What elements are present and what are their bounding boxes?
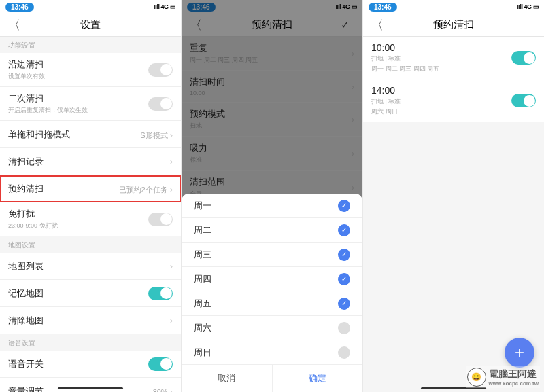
chevron-right-icon: › <box>170 130 173 140</box>
bg-suction: 吸力 标准 › <box>182 137 362 171</box>
status-signal: ııll 4G ▭ <box>517 3 539 10</box>
check-icon: ✓ <box>338 249 350 261</box>
status-time: 13:46 <box>369 3 397 12</box>
setting-edge-clean[interactable]: 沿边清扫 设置单次有效 <box>0 53 181 87</box>
setting-mop-mode[interactable]: 单拖和扫拖模式 S形模式› <box>0 121 181 148</box>
confirm-icon[interactable]: ✓ <box>341 18 354 31</box>
check-icon <box>338 322 350 334</box>
check-icon: ✓ <box>338 224 350 236</box>
chevron-right-icon: › <box>170 261 173 271</box>
page-title: 设置 <box>22 18 159 31</box>
toggle-schedule-2[interactable] <box>511 94 536 107</box>
day-friday[interactable]: 周五✓ <box>182 291 362 316</box>
toggle-dnd[interactable] <box>148 213 173 226</box>
toggle-schedule-1[interactable] <box>511 51 536 65</box>
day-picker-sheet: 周一✓ 周二✓ 周三✓ 周四✓ 周五✓ 周六 周日 取消 确定 <box>182 194 362 392</box>
status-bar: 13:46 ııll 4G ▭ <box>363 0 544 14</box>
back-icon[interactable]: 〈 <box>8 17 22 33</box>
status-signal: ııll 4G ▭ <box>335 3 357 10</box>
phone-screen-3: 13:46 ııll 4G ▭ 〈 预约清扫 10:00 扫地 | 标准 周一 … <box>363 0 544 392</box>
home-indicator <box>58 387 123 389</box>
setting-schedule-clean[interactable]: 预约清扫 已预约2个任务› <box>0 175 181 202</box>
chevron-right-icon: › <box>170 156 173 166</box>
status-time: 13:46 <box>5 3 34 12</box>
setting-clear-map[interactable]: 清除地图 › <box>0 307 181 334</box>
section-function: 功能设置 <box>0 37 181 53</box>
nav-header: 〈 设置 <box>0 14 181 37</box>
toggle-double-clean[interactable] <box>148 97 173 111</box>
check-icon: ✓ <box>338 200 350 212</box>
setting-map-list[interactable]: 地图列表 › <box>0 253 181 280</box>
setting-dnd[interactable]: 免打扰 23:00-9:00 免打扰 <box>0 202 181 236</box>
setting-clean-record[interactable]: 清扫记录 › <box>0 148 181 175</box>
check-icon: ✓ <box>338 298 350 310</box>
day-saturday[interactable]: 周六 <box>182 316 362 340</box>
day-wednesday[interactable]: 周三✓ <box>182 243 362 267</box>
day-tuesday[interactable]: 周二✓ <box>182 218 362 243</box>
status-bar: 13:46 ııll 4G ▭ <box>0 0 181 14</box>
status-signal: ııll 4G ▭ <box>154 3 175 10</box>
toggle-voice-switch[interactable] <box>148 357 173 371</box>
setting-voice-switch[interactable]: 语音开关 <box>0 351 181 378</box>
schedule-item-1[interactable]: 10:00 扫地 | 标准 周一 周二 周三 周四 周五 <box>363 37 544 79</box>
chevron-right-icon: › <box>170 387 173 393</box>
toggle-edge-clean[interactable] <box>148 63 173 77</box>
bg-repeat: 重复 周一 周二 周三 周四 周五 › <box>182 37 362 71</box>
watermark: 😀 電腦王阿達 www.kocpc.com.tw <box>466 366 541 388</box>
phone-screen-1: 13:46 ııll 4G ▭ 〈 设置 功能设置 沿边清扫 设置单次有效 二次… <box>0 0 181 392</box>
chevron-right-icon: › <box>170 184 173 194</box>
setting-remember-map[interactable]: 记忆地图 <box>0 280 181 307</box>
setting-volume[interactable]: 音量调节 30%› <box>0 378 181 392</box>
back-icon[interactable]: 〈 <box>190 17 203 33</box>
check-icon: ✓ <box>338 273 350 285</box>
watermark-logo-icon: 😀 <box>467 368 486 387</box>
nav-header: 〈 预约清扫 ✓ <box>182 14 362 37</box>
day-monday[interactable]: 周一✓ <box>182 194 362 218</box>
add-schedule-button[interactable]: + <box>505 338 534 368</box>
setting-double-clean[interactable]: 二次清扫 开启后重复清扫，仅单次生效 <box>0 87 181 121</box>
section-map: 地图设置 <box>0 236 181 253</box>
status-time: 13:46 <box>187 3 216 12</box>
toggle-remember-map[interactable] <box>148 287 173 300</box>
bg-clean-time: 清扫时间 10:00 › <box>182 71 362 103</box>
page-title: 预约清扫 <box>385 18 522 31</box>
phone-screen-2: 13:46 ııll 4G ▭ 〈 预约清扫 ✓ 重复 周一 周二 周三 周四 … <box>182 0 362 392</box>
status-bar: 13:46 ııll 4G ▭ <box>182 0 362 14</box>
back-icon[interactable]: 〈 <box>371 17 385 33</box>
day-thursday[interactable]: 周四✓ <box>182 267 362 291</box>
cancel-button[interactable]: 取消 <box>182 365 273 392</box>
bg-schedule-mode: 预约模式 扫地 › <box>182 103 362 137</box>
day-sunday[interactable]: 周日 <box>182 340 362 365</box>
section-voice: 语音设置 <box>0 334 181 351</box>
chevron-right-icon: › <box>170 315 173 325</box>
schedule-item-2[interactable]: 14:00 扫地 | 标准 周六 周日 <box>363 79 544 122</box>
confirm-button[interactable]: 确定 <box>273 365 363 392</box>
check-icon <box>338 346 350 359</box>
nav-header: 〈 预约清扫 <box>363 14 544 37</box>
page-title: 预约清扫 <box>203 18 341 31</box>
